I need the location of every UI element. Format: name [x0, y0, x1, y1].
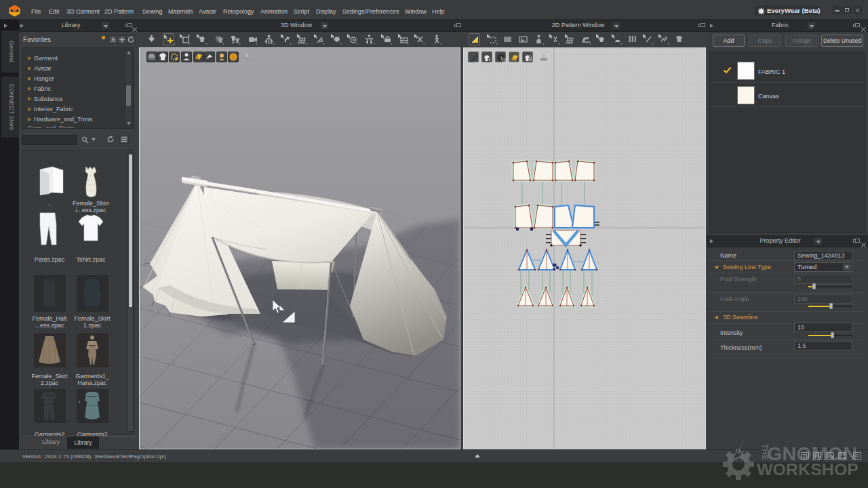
svg-text:WORKSHOP: WORKSHOP — [757, 461, 859, 479]
svg-text:CONNECT Store: CONNECT Store — [8, 84, 15, 130]
svg-text:i: i — [500, 55, 502, 61]
svg-text:General: General — [8, 41, 15, 62]
